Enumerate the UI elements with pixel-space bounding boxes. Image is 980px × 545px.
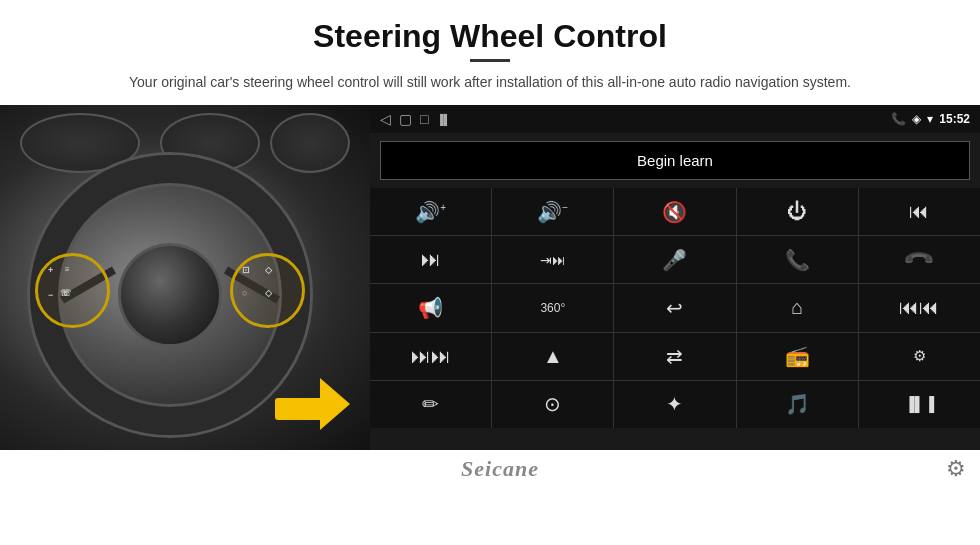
prev-track-icon: ⏮ [909, 200, 929, 223]
right-btn-2: ◇ [265, 265, 272, 275]
equalizer-icon: ⚙ [913, 347, 926, 365]
page-subtitle: Your original car's steering wheel contr… [0, 72, 980, 93]
volume-up-button[interactable]: 🔊+ [370, 188, 491, 235]
seicane-logo: Seicane [461, 456, 539, 482]
360-view-icon: 360° [540, 301, 565, 315]
home-nav-icon[interactable]: ▢ [399, 111, 412, 127]
begin-learn-row: Begin learn [370, 133, 980, 188]
recents-nav-icon[interactable]: □ [420, 111, 428, 127]
arrow-head [320, 378, 350, 430]
right-btn-3: ○ [242, 288, 247, 298]
phone-btn: ☏ [60, 288, 71, 298]
wifi-icon: ▾ [927, 112, 933, 126]
next-track-button[interactable]: ⏭ [370, 236, 491, 283]
horn-button[interactable]: 📢 [370, 284, 491, 331]
rewind-button[interactable]: ⏮⏮ [859, 284, 980, 331]
dashboard-right [270, 113, 350, 173]
equalizer-button[interactable]: ⚙ [859, 333, 980, 380]
phone-status-icon: 📞 [891, 112, 906, 126]
control-grid: 🔊+ 🔊− 🔇 ⏻ ⏮ ⏭ ⇥⏭ 🎤 [370, 188, 980, 428]
power-button[interactable]: ⏻ [737, 188, 858, 235]
android-screen: ◁ ▢ □ ▐▌ 📞 ◈ ▾ 15:52 Begin learn 🔊+ 🔊 [370, 105, 980, 450]
rewind-icon: ⏮⏮ [899, 296, 939, 319]
swap-icon: ⇄ [666, 344, 683, 368]
swap-button[interactable]: ⇄ [614, 333, 735, 380]
photo-area: + − ≡ ☏ ⊡ ◇ ○ ◇ [0, 105, 370, 450]
bluetooth-icon: ✦ [666, 392, 683, 416]
volume-down-icon: 🔊− [537, 200, 568, 224]
horn-icon: 📢 [418, 296, 443, 320]
wheel-center [118, 243, 222, 347]
360-view-button[interactable]: 360° [492, 284, 613, 331]
radio-icon: 📻 [785, 344, 810, 368]
hang-up-icon: 📞 [902, 242, 937, 277]
circle-icon: ⊙ [544, 392, 561, 416]
button-circle-left [35, 253, 110, 328]
circle-button[interactable]: ⊙ [492, 381, 613, 428]
nav-icons: ◁ ▢ □ ▐▌ [380, 111, 451, 127]
status-time: 15:52 [939, 112, 970, 126]
bottom-bar: Seicane ⚙ [0, 450, 980, 488]
back-button[interactable]: ↩ [614, 284, 735, 331]
mic-button[interactable]: 🎤 [614, 236, 735, 283]
mute-button[interactable]: 🔇 [614, 188, 735, 235]
mode-btn: ≡ [65, 265, 70, 274]
location-icon: ◈ [912, 112, 921, 126]
edit-icon: ✏ [422, 392, 439, 416]
fast-forward-button[interactable]: ⏭⏭ [370, 333, 491, 380]
navigate-icon: ▲ [543, 345, 563, 368]
vol-dn-btn: − [48, 290, 53, 300]
home-button[interactable]: ⌂ [737, 284, 858, 331]
page-title: Steering Wheel Control [0, 0, 980, 59]
edit-button[interactable]: ✏ [370, 381, 491, 428]
hang-up-button[interactable]: 📞 [859, 236, 980, 283]
status-bar: ◁ ▢ □ ▐▌ 📞 ◈ ▾ 15:52 [370, 105, 980, 133]
status-right: 📞 ◈ ▾ 15:52 [891, 112, 970, 126]
radio-button[interactable]: 📻 [737, 333, 858, 380]
mic-icon: 🎤 [662, 248, 687, 272]
gear-settings-icon[interactable]: ⚙ [946, 456, 966, 482]
volume-up-icon: 🔊+ [415, 200, 446, 224]
phone-call-icon: 📞 [785, 248, 810, 272]
music-icon: 🎵 [785, 392, 810, 416]
signal-icon: ▐▌ [436, 114, 450, 125]
content-area: + − ≡ ☏ ⊡ ◇ ○ ◇ ◁ ▢ □ ▐▌ 📞 ◈ ▾ [0, 105, 980, 450]
music-button[interactable]: 🎵 [737, 381, 858, 428]
back-nav-icon[interactable]: ◁ [380, 111, 391, 127]
skip-forward-button[interactable]: ⇥⏭ [492, 236, 613, 283]
home-icon: ⌂ [791, 296, 803, 319]
navigate-button[interactable]: ▲ [492, 333, 613, 380]
power-icon: ⏻ [787, 200, 807, 223]
volume-down-button[interactable]: 🔊− [492, 188, 613, 235]
back-icon: ↩ [666, 296, 683, 320]
right-btn-1: ⊡ [242, 265, 250, 275]
begin-learn-button[interactable]: Begin learn [380, 141, 970, 180]
right-btn-4: ◇ [265, 288, 272, 298]
next-track-icon: ⏭ [421, 248, 441, 271]
spectrum-icon: ▐▌▐ [905, 396, 935, 412]
title-divider [470, 59, 510, 62]
page-header: Steering Wheel Control Your original car… [0, 0, 980, 93]
prev-track-button[interactable]: ⏮ [859, 188, 980, 235]
fast-forward-icon: ⏭⏭ [411, 345, 451, 368]
phone-call-button[interactable]: 📞 [737, 236, 858, 283]
bluetooth-button[interactable]: ✦ [614, 381, 735, 428]
vol-up-btn: + [48, 265, 53, 275]
spectrum-button[interactable]: ▐▌▐ [859, 381, 980, 428]
skip-forward-icon: ⇥⏭ [540, 252, 566, 268]
arrow-container [260, 375, 360, 435]
mute-icon: 🔇 [662, 200, 687, 224]
